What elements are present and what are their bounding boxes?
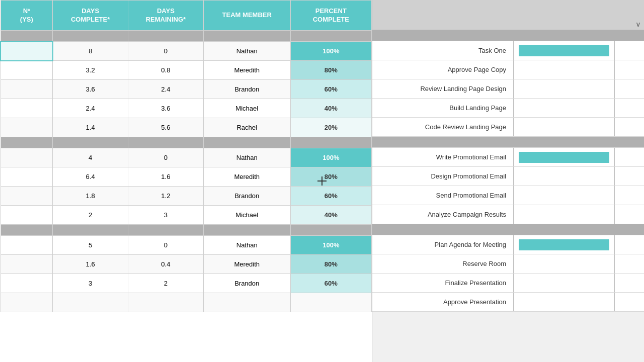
cell-days-complete[interactable]: 8 [53, 42, 128, 61]
gantt-bar-area [513, 41, 629, 60]
gantt-bar [519, 45, 609, 56]
cell-days-remaining[interactable] [128, 293, 204, 312]
main-table: N*(YS) DAYSCOMPLETE* DAYSREMAINING* TEAM… [0, 0, 372, 312]
gantt-bar-area [513, 186, 629, 205]
right-corner-label: V [636, 22, 640, 28]
left-panel: N*(YS) DAYSCOMPLETE* DAYSREMAINING* TEAM… [0, 0, 372, 362]
cell-percent[interactable]: 40% [290, 206, 371, 225]
cell-percent[interactable]: 60% [290, 187, 371, 206]
cell-team-member[interactable]: Meredith [203, 61, 290, 80]
cell-percent[interactable]: 40% [290, 99, 371, 118]
header-days-remaining: DAYSREMAINING* [128, 1, 204, 31]
cell-percent[interactable]: 20% [290, 118, 371, 137]
header-days-complete: DAYSCOMPLETE* [53, 1, 128, 31]
cell-days-complete[interactable]: 3.2 [53, 61, 128, 80]
group-header-0 [1, 31, 372, 42]
gantt-bar-area [513, 118, 629, 136]
cell-team-member[interactable]: Brandon [203, 80, 290, 99]
gantt-row: Code Review Landing Page [372, 118, 644, 137]
cell-team-member[interactable]: Brandon [203, 187, 290, 206]
cell-percent[interactable]: 100% [290, 42, 371, 61]
gantt-task-label: Code Review Landing Page [372, 123, 513, 131]
table-row [1, 293, 372, 312]
cell-team-member[interactable] [203, 293, 290, 312]
gantt-header-bar: V [372, 0, 644, 30]
cell-days-remaining[interactable]: 1.2 [128, 187, 204, 206]
gantt-task-label: Build Landing Page [372, 104, 513, 112]
cell-percent[interactable]: 60% [290, 274, 371, 293]
cell-days-complete[interactable]: 1.4 [53, 118, 128, 137]
cell-days-remaining[interactable]: 0 [128, 42, 204, 61]
cell-days-remaining[interactable]: 5.6 [128, 118, 204, 137]
spreadsheet-container: N*(YS) DAYSCOMPLETE* DAYSREMAINING* TEAM… [0, 0, 644, 362]
gantt-row: Write Promotional Email [372, 148, 644, 167]
cell-team-member[interactable]: Meredith [203, 167, 290, 187]
cell-team-member[interactable]: Michael [203, 99, 290, 118]
cell-percent[interactable]: 80% [290, 61, 371, 80]
gantt-bar-area [513, 274, 629, 292]
table-row: 1.81.2Brandon60% [1, 187, 372, 206]
gantt-row: Task One [372, 41, 644, 60]
table-header-row: N*(YS) DAYSCOMPLETE* DAYSREMAINING* TEAM… [1, 1, 372, 31]
cell-days-complete[interactable]: 6.4 [53, 167, 128, 187]
cell-days-complete[interactable]: 1.6 [53, 255, 128, 274]
cell-days-complete[interactable]: 3.6 [53, 80, 128, 99]
table-row: 80Nathan100% [1, 42, 372, 61]
cell-percent[interactable]: 60% [290, 80, 371, 99]
cell-days-remaining[interactable]: 1.6 [128, 167, 204, 187]
table-row: 1.45.6Rachel20% [1, 118, 372, 137]
header-percent-complete: PERCENTCOMPLETE [290, 1, 371, 31]
gantt-bar-area [513, 79, 629, 98]
gantt-bar-area [513, 60, 629, 79]
gantt-row: Analyze Campaign Results [372, 205, 644, 224]
cell-days-complete[interactable]: 2 [53, 206, 128, 225]
cell-days-remaining[interactable]: 0 [128, 236, 204, 255]
cell-days-remaining[interactable]: 3.6 [128, 99, 204, 118]
gantt-group-header-2 [372, 224, 644, 235]
gantt-task-label: Write Promotional Email [372, 153, 513, 161]
cell-days-complete[interactable]: 1.8 [53, 187, 128, 206]
cell-days-remaining[interactable]: 2 [128, 274, 204, 293]
cell-percent[interactable]: 80% [290, 255, 371, 274]
cell-team-member[interactable]: Nathan [203, 42, 290, 61]
cell-days-complete[interactable]: 4 [53, 148, 128, 167]
cell-days-complete[interactable] [53, 293, 128, 312]
cell-team-member[interactable]: Nathan [203, 236, 290, 255]
gantt-task-label: Send Promotional Email [372, 192, 513, 199]
right-panel: V Task OneApprove Page CopyReview Landin… [372, 0, 644, 362]
gantt-bar-area [513, 205, 629, 224]
cell-days-complete[interactable]: 2.4 [53, 99, 128, 118]
cell-days-complete[interactable]: 3 [53, 274, 128, 293]
gantt-task-label: Plan Agenda for Meeting [372, 241, 513, 248]
gantt-task-label: Reserve Room [372, 260, 513, 267]
gantt-bar-area [513, 254, 629, 273]
gantt-content: Task OneApprove Page CopyReview Landing … [372, 30, 644, 312]
cell-team-member[interactable]: Rachel [203, 118, 290, 137]
gantt-bar [519, 239, 609, 250]
cell-percent[interactable]: 100% [290, 148, 371, 167]
cell-days-remaining[interactable]: 0.4 [128, 255, 204, 274]
table-row: 1.60.4Meredith80% [1, 255, 372, 274]
cell-days-remaining[interactable]: 2.4 [128, 80, 204, 99]
cell-days-remaining[interactable]: 0.8 [128, 61, 204, 80]
table-row: 2.43.6Michael40% [1, 99, 372, 118]
cell-days-complete[interactable]: 5 [53, 236, 128, 255]
gantt-row: Reserve Room [372, 254, 644, 274]
header-duration: N*(YS) [1, 1, 53, 31]
gantt-bar-area [513, 235, 629, 254]
gantt-bar-area [513, 148, 629, 166]
cell-team-member[interactable]: Michael [203, 206, 290, 225]
cell-days-remaining[interactable]: 0 [128, 148, 204, 167]
cell-percent[interactable]: 100% [290, 236, 371, 255]
cell-team-member[interactable]: Nathan [203, 148, 290, 167]
cell-team-member[interactable]: Meredith [203, 255, 290, 274]
cell-percent[interactable]: 80% [290, 167, 371, 187]
cell-percent[interactable] [290, 293, 371, 312]
gantt-bar-area [513, 99, 629, 117]
gantt-group-header-1 [372, 137, 644, 148]
gantt-bar [519, 152, 609, 163]
cell-days-remaining[interactable]: 3 [128, 206, 204, 225]
gantt-task-label: Review Landing Page Design [372, 85, 513, 93]
gantt-group-header-0 [372, 30, 644, 41]
cell-team-member[interactable]: Brandon [203, 274, 290, 293]
